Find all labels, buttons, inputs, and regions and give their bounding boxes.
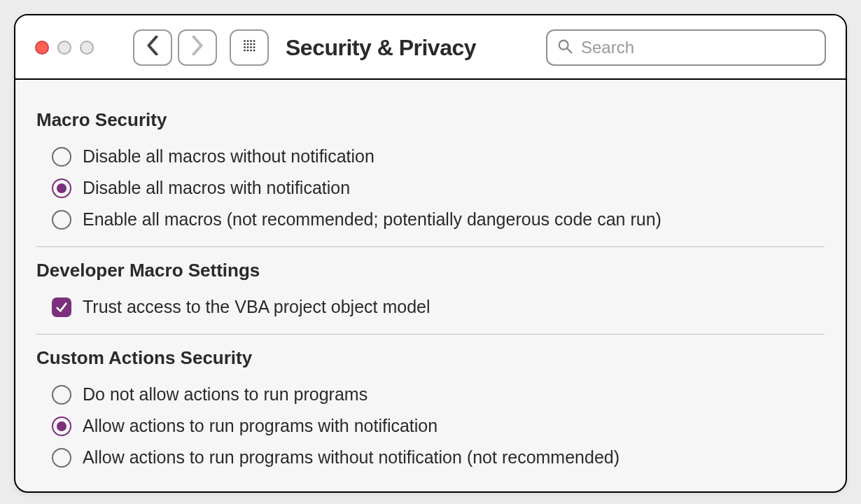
svg-point-12 (244, 49, 246, 51)
divider (36, 334, 825, 335)
macro-option-disable-without-notification[interactable]: Disable all macros without notification (36, 141, 825, 172)
svg-point-8 (244, 46, 246, 48)
svg-point-11 (253, 46, 255, 48)
minimize-window-button[interactable] (57, 41, 71, 55)
radio-icon (52, 210, 71, 230)
custom-action-option-disallow[interactable]: Do not allow actions to run programs (36, 379, 825, 410)
content-area: Macro Security Disable all macros withou… (15, 80, 846, 491)
svg-point-9 (247, 46, 249, 48)
chevron-left-icon (146, 36, 159, 60)
show-all-button[interactable] (230, 29, 269, 66)
svg-point-4 (244, 43, 246, 45)
search-icon (557, 38, 573, 57)
macro-option-enable-all[interactable]: Enable all macros (not recommended; pote… (36, 204, 825, 235)
developer-settings-heading: Developer Macro Settings (36, 260, 825, 281)
zoom-window-button[interactable] (80, 41, 94, 55)
search-input[interactable] (580, 37, 815, 58)
back-button[interactable] (133, 29, 172, 66)
option-label: Do not allow actions to run programs (83, 384, 368, 405)
option-label: Allow actions to run programs with notif… (83, 416, 438, 436)
chevron-right-icon (191, 36, 204, 60)
grid-icon (243, 36, 255, 60)
svg-point-5 (247, 43, 249, 45)
svg-line-17 (567, 48, 571, 52)
macro-security-heading: Macro Security (36, 109, 825, 131)
option-label: Enable all macros (not recommended; pote… (83, 209, 662, 230)
preferences-window: Security & Privacy Macro Security Disabl… (14, 14, 847, 493)
macro-option-disable-with-notification[interactable]: Disable all macros with notification (36, 172, 825, 204)
close-window-button[interactable] (35, 41, 49, 55)
svg-point-15 (253, 49, 255, 51)
svg-point-7 (253, 43, 255, 45)
titlebar: Security & Privacy (15, 15, 846, 80)
option-label: Trust access to the VBA project object m… (83, 297, 430, 317)
nav-buttons (133, 29, 217, 66)
search-field[interactable] (546, 29, 826, 66)
checkbox-checked-icon (52, 298, 71, 317)
svg-point-13 (247, 49, 249, 51)
trust-vba-access-option[interactable]: Trust access to the VBA project object m… (36, 291, 825, 323)
svg-point-2 (250, 40, 252, 42)
radio-icon (52, 147, 71, 167)
radio-icon (52, 178, 71, 198)
svg-point-3 (253, 40, 255, 42)
custom-actions-heading: Custom Actions Security (36, 347, 825, 369)
svg-point-6 (250, 43, 252, 45)
option-label: Disable all macros without notification (83, 146, 374, 167)
custom-action-option-allow-without-notification[interactable]: Allow actions to run programs without no… (36, 442, 825, 473)
forward-button[interactable] (178, 29, 217, 66)
option-label: Allow actions to run programs without no… (83, 447, 620, 468)
divider (36, 246, 825, 247)
custom-action-option-allow-with-notification[interactable]: Allow actions to run programs with notif… (36, 410, 825, 442)
svg-point-1 (247, 40, 249, 42)
window-controls (35, 41, 94, 55)
radio-icon (52, 385, 71, 405)
svg-point-0 (244, 40, 246, 42)
radio-icon (52, 416, 71, 436)
page-title: Security & Privacy (286, 35, 476, 61)
option-label: Disable all macros with notification (83, 178, 350, 198)
svg-point-14 (250, 49, 252, 51)
radio-icon (52, 448, 71, 468)
svg-point-10 (250, 46, 252, 48)
